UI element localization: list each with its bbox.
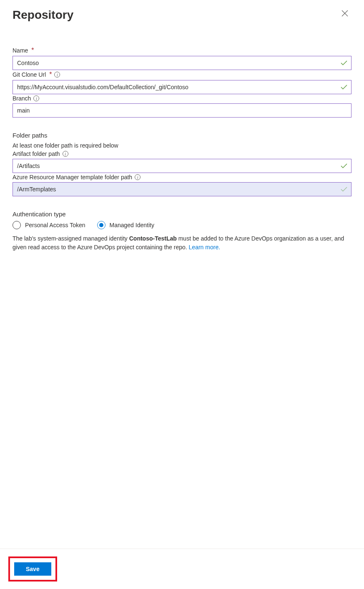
name-label: Name xyxy=(13,47,28,54)
close-button[interactable] xyxy=(338,8,351,20)
arm-template-folder-label: Azure Resource Manager template folder p… xyxy=(13,174,132,180)
panel-title: Repository xyxy=(13,8,73,22)
close-icon xyxy=(341,10,348,18)
radio-label-mi: Managed Identity xyxy=(110,222,154,228)
branch-input[interactable] xyxy=(13,103,351,118)
git-clone-url-input[interactable] xyxy=(13,80,351,94)
save-highlight-box: Save xyxy=(8,556,57,581)
branch-label: Branch xyxy=(13,95,31,102)
name-input[interactable] xyxy=(13,56,351,70)
radio-icon xyxy=(97,221,105,229)
artifact-folder-input[interactable] xyxy=(13,159,351,173)
radio-icon xyxy=(13,221,21,229)
required-indicator: * xyxy=(31,47,34,54)
radio-label-pat: Personal Access Token xyxy=(25,222,85,228)
radio-managed-identity[interactable]: Managed Identity xyxy=(97,221,154,229)
folder-paths-title: Folder paths xyxy=(13,132,351,139)
auth-type-title: Authentication type xyxy=(13,211,351,218)
auth-description: The lab's system-assigned managed identi… xyxy=(13,234,351,252)
git-clone-url-label: Git Clone Url xyxy=(13,71,46,78)
arm-template-folder-input[interactable] xyxy=(13,182,351,196)
folder-paths-helper: At least one folder path is required bel… xyxy=(13,142,351,149)
save-button[interactable]: Save xyxy=(14,562,51,576)
info-icon[interactable]: i xyxy=(63,151,68,157)
radio-personal-access-token[interactable]: Personal Access Token xyxy=(13,221,85,229)
required-indicator: * xyxy=(49,71,52,78)
learn-more-link[interactable]: Learn more. xyxy=(189,244,220,251)
info-icon[interactable]: i xyxy=(135,174,141,180)
artifact-folder-label: Artifact folder path xyxy=(13,150,60,157)
info-icon[interactable]: i xyxy=(33,95,39,101)
info-icon[interactable]: i xyxy=(54,72,60,78)
